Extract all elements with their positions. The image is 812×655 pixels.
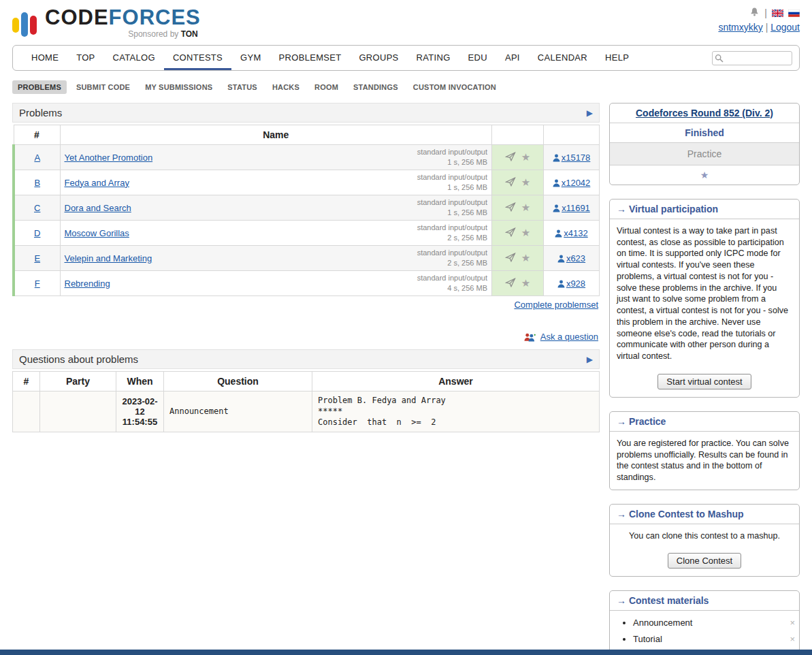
favorite-star-icon[interactable]: ★ bbox=[521, 202, 530, 214]
question-num bbox=[13, 392, 40, 432]
nav-item-rating[interactable]: RATING bbox=[408, 46, 459, 70]
submit-paper-plane-icon[interactable] bbox=[505, 253, 516, 264]
search-icon bbox=[715, 54, 724, 63]
solved-count-link[interactable]: x11691 bbox=[562, 203, 590, 213]
tab-hacks[interactable]: HACKS bbox=[267, 80, 305, 94]
submit-paper-plane-icon[interactable] bbox=[505, 278, 516, 289]
problem-index-link[interactable]: B bbox=[34, 178, 40, 188]
problem-row: C Dora and Searchstandard input/output1 … bbox=[14, 195, 600, 221]
problem-index-link[interactable]: D bbox=[34, 228, 40, 238]
tab-standings[interactable]: STANDINGS bbox=[348, 80, 404, 94]
nav-item-contests[interactable]: CONTESTS bbox=[164, 46, 231, 70]
ask-question-link[interactable]: Ask a question bbox=[540, 332, 598, 342]
favorite-star-icon[interactable]: ★ bbox=[521, 151, 530, 163]
solved-count-link[interactable]: x928 bbox=[566, 278, 585, 289]
contest-subnav: PROBLEMS SUBMIT CODE MY SUBMISSIONS STAT… bbox=[12, 80, 600, 94]
search-input[interactable] bbox=[726, 54, 787, 63]
clone-contest-button[interactable]: Clone Contest bbox=[668, 553, 741, 569]
nav-item-gym[interactable]: GYM bbox=[231, 46, 270, 70]
solved-count-link[interactable]: x623 bbox=[566, 253, 585, 263]
problem-index-link[interactable]: C bbox=[34, 203, 40, 213]
nav-item-edu[interactable]: EDU bbox=[459, 46, 496, 70]
uk-flag-icon[interactable] bbox=[772, 10, 783, 17]
problem-row: A Yet Another Promotionstandard input/ou… bbox=[14, 145, 600, 170]
close-icon[interactable]: × bbox=[790, 634, 795, 644]
contest-info-box: Codeforces Round 852 (Div. 2) Finished P… bbox=[609, 103, 800, 185]
question-party bbox=[40, 392, 116, 432]
favorite-star-icon[interactable]: ★ bbox=[521, 252, 530, 264]
nav-item-home[interactable]: HOME bbox=[22, 46, 67, 70]
contest-title-link[interactable]: Codeforces Round 852 (Div. 2) bbox=[636, 108, 773, 118]
submit-paper-plane-icon[interactable] bbox=[505, 177, 516, 189]
problem-limits: standard input/output1 s, 256 MB bbox=[417, 147, 487, 167]
page: CODEFORCES Sponsored by TON | sntmxykky … bbox=[0, 0, 812, 655]
questions-col-party: Party bbox=[40, 372, 116, 392]
person-icon bbox=[557, 255, 565, 263]
submit-paper-plane-icon[interactable] bbox=[505, 152, 516, 163]
nav-item-api[interactable]: API bbox=[496, 46, 529, 70]
problem-index-link[interactable]: A bbox=[34, 153, 40, 163]
person-icon bbox=[553, 154, 560, 162]
problems-col-id: # bbox=[14, 125, 60, 145]
problem-name-link[interactable]: Rebrending bbox=[65, 278, 110, 289]
material-item-tutorial[interactable]: Tutorial× bbox=[633, 634, 799, 644]
solved-count-link[interactable]: x4132 bbox=[564, 228, 587, 238]
tab-submit-code[interactable]: SUBMIT CODE bbox=[71, 80, 135, 94]
questions-col-question: Question bbox=[164, 372, 312, 392]
main-nav: HOME TOP CATALOG CONTESTS GYM PROBLEMSET… bbox=[12, 45, 800, 71]
ru-flag-icon[interactable] bbox=[788, 10, 800, 17]
question-row: 2023-02-12 11:54:55 Announcement Problem… bbox=[13, 392, 600, 432]
contest-materials-title: → Contest materials bbox=[610, 591, 799, 611]
start-virtual-contest-button[interactable]: Start virtual contest bbox=[657, 374, 751, 389]
sidebar: Codeforces Round 852 (Div. 2) Finished P… bbox=[609, 80, 800, 655]
problem-limits: standard input/output1 s, 256 MB bbox=[417, 197, 487, 218]
person-icon bbox=[555, 229, 562, 238]
problem-name-link[interactable]: Dora and Search bbox=[65, 203, 131, 213]
search-box bbox=[712, 51, 792, 65]
nav-item-help[interactable]: HELP bbox=[596, 46, 638, 70]
solved-count-link[interactable]: x15178 bbox=[562, 153, 591, 163]
username-link[interactable]: sntmxykky bbox=[718, 22, 762, 33]
problem-index-link[interactable]: E bbox=[34, 253, 40, 263]
close-icon[interactable]: × bbox=[790, 618, 795, 628]
problem-name-link[interactable]: Yet Another Promotion bbox=[65, 153, 153, 163]
codeforces-logo[interactable]: CODEFORCES Sponsored by TON bbox=[12, 7, 201, 39]
clone-contest-box: → Clone Contest to Mashup You can clone … bbox=[609, 504, 800, 577]
nav-item-calendar[interactable]: CALENDAR bbox=[529, 46, 596, 70]
virtual-participation-title: → Virtual participation bbox=[610, 199, 799, 219]
problem-name-link[interactable]: Velepin and Marketing bbox=[65, 253, 152, 263]
submit-paper-plane-icon[interactable] bbox=[505, 227, 516, 239]
submit-paper-plane-icon[interactable] bbox=[505, 202, 516, 214]
tab-my-submissions[interactable]: MY SUBMISSIONS bbox=[140, 80, 218, 94]
question-answer: Problem B. Fedya and Array ***** Conside… bbox=[312, 392, 600, 432]
favorite-star-icon[interactable]: ★ bbox=[521, 227, 530, 239]
contest-favorite-star-icon[interactable]: ★ bbox=[610, 165, 799, 185]
favorite-star-icon[interactable]: ★ bbox=[521, 277, 530, 289]
virtual-participation-box: → Virtual participation Virtual contest … bbox=[609, 199, 800, 398]
questions-table: # Party When Question Answer 2023-02-12 … bbox=[12, 371, 600, 432]
tab-status[interactable]: STATUS bbox=[222, 80, 263, 94]
separator: | bbox=[766, 22, 768, 33]
material-item-announcement[interactable]: Announcement× bbox=[633, 618, 799, 628]
nav-item-problemset[interactable]: PROBLEMSET bbox=[270, 46, 351, 70]
contest-materials-box: → Contest materials Announcement× Tutori… bbox=[609, 590, 800, 654]
expand-arrow-icon[interactable]: ▶ bbox=[587, 355, 593, 364]
favorite-star-icon[interactable]: ★ bbox=[521, 176, 530, 189]
problem-name-link[interactable]: Fedya and Array bbox=[65, 178, 129, 188]
nav-item-catalog[interactable]: CATALOG bbox=[104, 46, 164, 70]
person-icon bbox=[553, 179, 560, 187]
expand-arrow-icon[interactable]: ▶ bbox=[587, 108, 593, 118]
complete-problemset-link[interactable]: Complete problemset bbox=[514, 300, 598, 310]
tab-custom-invocation[interactable]: CUSTOM INVOCATION bbox=[408, 80, 502, 94]
nav-item-top[interactable]: TOP bbox=[67, 46, 103, 70]
clone-contest-title: → Clone Contest to Mashup bbox=[610, 505, 799, 524]
nav-item-groups[interactable]: GROUPS bbox=[350, 46, 407, 70]
bell-icon[interactable] bbox=[749, 7, 760, 19]
problem-index-link[interactable]: F bbox=[35, 278, 40, 289]
tab-problems[interactable]: PROBLEMS bbox=[12, 80, 67, 94]
problem-name-link[interactable]: Moscow Gorillas bbox=[65, 228, 129, 238]
question-when: 2023-02-12 11:54:55 bbox=[116, 392, 164, 432]
logout-link[interactable]: Logout bbox=[770, 22, 800, 33]
tab-room[interactable]: ROOM bbox=[309, 80, 344, 94]
solved-count-link[interactable]: x12042 bbox=[562, 178, 591, 188]
